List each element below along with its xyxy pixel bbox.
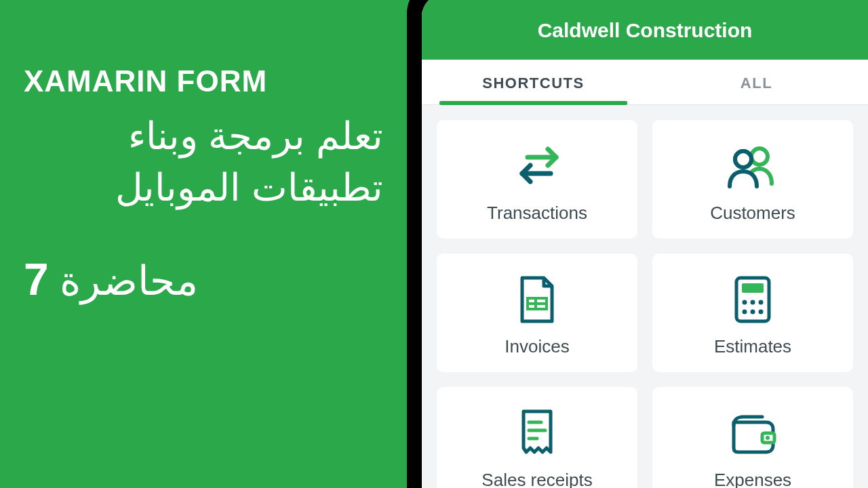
tile-label: Invoices [505,336,569,357]
tab-all[interactable]: ALL [645,60,868,104]
svg-point-11 [743,310,747,314]
svg-point-10 [759,300,764,305]
tile-label: Transactions [487,203,587,224]
transactions-icon [510,139,564,193]
tile-invoices[interactable]: Invoices [437,253,637,372]
phone-frame: Caldwell Construction SHORTCUTS ALL Tran… [407,0,868,488]
tile-label: Estimates [714,336,791,357]
expenses-icon [726,406,780,460]
heading-english: XAMARIN FORM [24,64,383,98]
tile-estimates[interactable]: Estimates [652,253,853,372]
tile-label: Expenses [714,470,791,488]
svg-point-0 [751,148,768,165]
tab-shortcuts[interactable]: SHORTCUTS [422,60,645,104]
lecture-number-label: 7 محاضرة [24,253,383,305]
phone-screen: Caldwell Construction SHORTCUTS ALL Tran… [422,0,868,488]
shortcut-grid: Transactions Customers [422,105,868,488]
promo-text-panel: XAMARIN FORM تعلم برمجة وبناء تطبيقات ال… [24,64,383,305]
tile-expenses[interactable]: Expenses [652,387,853,488]
svg-point-8 [743,300,747,305]
svg-rect-7 [742,283,764,293]
svg-point-9 [751,300,755,305]
tab-bar: SHORTCUTS ALL [422,60,868,105]
tile-sales-receipts[interactable]: Sales receipts [437,387,637,488]
app-title: Caldwell Construction [422,0,868,60]
estimates-icon [731,272,774,327]
sales-receipts-icon [515,406,559,460]
svg-point-18 [766,436,770,440]
tile-label: Customers [710,203,795,224]
invoices-icon [515,272,559,327]
tile-customers[interactable]: Customers [652,120,853,239]
tile-label: Sales receipts [481,470,592,488]
customers-icon [723,139,783,193]
svg-point-13 [759,310,764,314]
svg-point-12 [751,310,755,314]
tile-transactions[interactable]: Transactions [437,120,637,239]
heading-arabic: تعلم برمجة وبناء تطبيقات الموبايل [24,110,383,213]
svg-point-2 [735,151,751,167]
